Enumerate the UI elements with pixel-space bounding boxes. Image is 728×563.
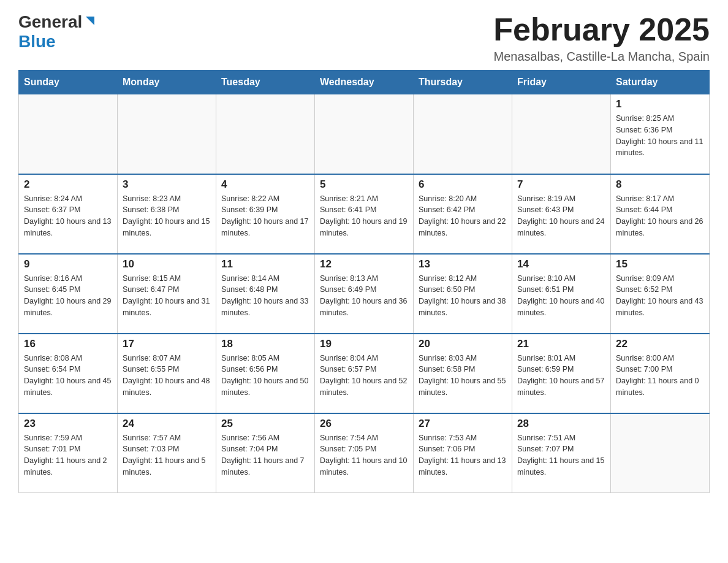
calendar-cell-w2-d6: 7Sunrise: 8:19 AMSunset: 6:43 PMDaylight… bbox=[512, 174, 611, 254]
day-info: Sunrise: 8:17 AMSunset: 6:44 PMDaylight:… bbox=[616, 193, 704, 239]
svg-marker-0 bbox=[86, 17, 94, 25]
day-number: 18 bbox=[221, 338, 309, 350]
calendar-cell-w5-d7 bbox=[611, 413, 710, 493]
calendar-cell-w1-d2 bbox=[118, 94, 216, 174]
calendar-cell-w3-d5: 13Sunrise: 8:12 AMSunset: 6:50 PMDayligh… bbox=[414, 254, 512, 334]
calendar-cell-w3-d3: 11Sunrise: 8:14 AMSunset: 6:48 PMDayligh… bbox=[216, 254, 315, 334]
day-info: Sunrise: 8:22 AMSunset: 6:39 PMDaylight:… bbox=[221, 193, 309, 239]
day-number: 26 bbox=[320, 418, 408, 430]
logo: General Blue bbox=[18, 12, 97, 52]
logo-blue-text: Blue bbox=[18, 32, 56, 51]
calendar-cell-w1-d4 bbox=[315, 94, 414, 174]
calendar-cell-w3-d2: 10Sunrise: 8:15 AMSunset: 6:47 PMDayligh… bbox=[118, 254, 216, 334]
day-info: Sunrise: 8:20 AMSunset: 6:42 PMDaylight:… bbox=[419, 193, 507, 239]
day-number: 28 bbox=[517, 418, 605, 430]
day-number: 25 bbox=[221, 418, 309, 430]
day-info: Sunrise: 8:15 AMSunset: 6:47 PMDaylight:… bbox=[123, 273, 211, 319]
day-info: Sunrise: 8:05 AMSunset: 6:56 PMDaylight:… bbox=[221, 353, 309, 399]
day-info: Sunrise: 7:53 AMSunset: 7:06 PMDaylight:… bbox=[419, 432, 507, 478]
calendar-cell-w2-d7: 8Sunrise: 8:17 AMSunset: 6:44 PMDaylight… bbox=[611, 174, 710, 254]
page-header: General Blue February 2025 Menasalbas, C… bbox=[18, 12, 710, 64]
location-title: Menasalbas, Castille-La Mancha, Spain bbox=[493, 50, 710, 64]
day-number: 27 bbox=[419, 418, 507, 430]
calendar-week-5: 23Sunrise: 7:59 AMSunset: 7:01 PMDayligh… bbox=[19, 413, 710, 493]
day-number: 22 bbox=[616, 338, 704, 350]
day-info: Sunrise: 7:51 AMSunset: 7:07 PMDaylight:… bbox=[517, 432, 605, 478]
day-number: 3 bbox=[123, 178, 211, 191]
calendar-cell-w4-d3: 18Sunrise: 8:05 AMSunset: 6:56 PMDayligh… bbox=[216, 334, 315, 413]
day-info: Sunrise: 8:13 AMSunset: 6:49 PMDaylight:… bbox=[320, 273, 408, 319]
day-info: Sunrise: 8:07 AMSunset: 6:55 PMDaylight:… bbox=[123, 353, 211, 399]
calendar-cell-w2-d3: 4Sunrise: 8:22 AMSunset: 6:39 PMDaylight… bbox=[216, 174, 315, 254]
day-info: Sunrise: 8:19 AMSunset: 6:43 PMDaylight:… bbox=[517, 193, 605, 239]
calendar-cell-w5-d2: 24Sunrise: 7:57 AMSunset: 7:03 PMDayligh… bbox=[118, 413, 216, 493]
calendar-cell-w3-d7: 15Sunrise: 8:09 AMSunset: 6:52 PMDayligh… bbox=[611, 254, 710, 334]
calendar-cell-w3-d1: 9Sunrise: 8:16 AMSunset: 6:45 PMDaylight… bbox=[19, 254, 118, 334]
day-number: 2 bbox=[24, 178, 112, 191]
calendar-cell-w4-d1: 16Sunrise: 8:08 AMSunset: 6:54 PMDayligh… bbox=[19, 334, 118, 413]
day-info: Sunrise: 8:21 AMSunset: 6:41 PMDaylight:… bbox=[320, 193, 408, 239]
calendar-week-4: 16Sunrise: 8:08 AMSunset: 6:54 PMDayligh… bbox=[19, 334, 710, 413]
calendar-cell-w3-d4: 12Sunrise: 8:13 AMSunset: 6:49 PMDayligh… bbox=[315, 254, 414, 334]
day-info: Sunrise: 7:54 AMSunset: 7:05 PMDaylight:… bbox=[320, 432, 408, 478]
day-number: 21 bbox=[517, 338, 605, 350]
day-info: Sunrise: 8:09 AMSunset: 6:52 PMDaylight:… bbox=[616, 273, 704, 319]
col-friday: Friday bbox=[512, 71, 611, 94]
day-number: 6 bbox=[419, 178, 507, 191]
calendar-cell-w4-d2: 17Sunrise: 8:07 AMSunset: 6:55 PMDayligh… bbox=[118, 334, 216, 413]
col-sunday: Sunday bbox=[19, 71, 118, 94]
title-section: February 2025 Menasalbas, Castille-La Ma… bbox=[493, 12, 710, 64]
day-number: 9 bbox=[24, 258, 112, 270]
day-info: Sunrise: 8:10 AMSunset: 6:51 PMDaylight:… bbox=[517, 273, 605, 319]
calendar-cell-w5-d4: 26Sunrise: 7:54 AMSunset: 7:05 PMDayligh… bbox=[315, 413, 414, 493]
day-number: 5 bbox=[320, 178, 408, 191]
day-number: 14 bbox=[517, 258, 605, 270]
day-info: Sunrise: 7:57 AMSunset: 7:03 PMDaylight:… bbox=[123, 432, 211, 478]
calendar-cell-w4-d6: 21Sunrise: 8:01 AMSunset: 6:59 PMDayligh… bbox=[512, 334, 611, 413]
day-info: Sunrise: 8:12 AMSunset: 6:50 PMDaylight:… bbox=[419, 273, 507, 319]
day-number: 12 bbox=[320, 258, 408, 270]
col-thursday: Thursday bbox=[414, 71, 512, 94]
day-info: Sunrise: 8:01 AMSunset: 6:59 PMDaylight:… bbox=[517, 353, 605, 399]
calendar-cell-w5-d6: 28Sunrise: 7:51 AMSunset: 7:07 PMDayligh… bbox=[512, 413, 611, 493]
col-wednesday: Wednesday bbox=[315, 71, 414, 94]
day-number: 13 bbox=[419, 258, 507, 270]
calendar-cell-w1-d1 bbox=[19, 94, 118, 174]
col-saturday: Saturday bbox=[611, 71, 710, 94]
calendar-cell-w5-d3: 25Sunrise: 7:56 AMSunset: 7:04 PMDayligh… bbox=[216, 413, 315, 493]
calendar-cell-w5-d5: 27Sunrise: 7:53 AMSunset: 7:06 PMDayligh… bbox=[414, 413, 512, 493]
day-info: Sunrise: 8:00 AMSunset: 7:00 PMDaylight:… bbox=[616, 353, 704, 399]
day-number: 10 bbox=[123, 258, 211, 270]
day-info: Sunrise: 8:14 AMSunset: 6:48 PMDaylight:… bbox=[221, 273, 309, 319]
calendar-week-3: 9Sunrise: 8:16 AMSunset: 6:45 PMDaylight… bbox=[19, 254, 710, 334]
day-number: 15 bbox=[616, 258, 704, 270]
calendar-cell-w4-d5: 20Sunrise: 8:03 AMSunset: 6:58 PMDayligh… bbox=[414, 334, 512, 413]
day-info: Sunrise: 8:16 AMSunset: 6:45 PMDaylight:… bbox=[24, 273, 112, 319]
calendar-cell-w1-d5 bbox=[414, 94, 512, 174]
day-info: Sunrise: 7:56 AMSunset: 7:04 PMDaylight:… bbox=[221, 432, 309, 478]
col-tuesday: Tuesday bbox=[216, 71, 315, 94]
day-info: Sunrise: 8:25 AMSunset: 6:36 PMDaylight:… bbox=[616, 113, 704, 159]
day-number: 4 bbox=[221, 178, 309, 191]
day-number: 16 bbox=[24, 338, 112, 350]
day-info: Sunrise: 8:03 AMSunset: 6:58 PMDaylight:… bbox=[419, 353, 507, 399]
day-number: 1 bbox=[616, 98, 704, 110]
calendar-cell-w2-d4: 5Sunrise: 8:21 AMSunset: 6:41 PMDaylight… bbox=[315, 174, 414, 254]
calendar-cell-w2-d5: 6Sunrise: 8:20 AMSunset: 6:42 PMDaylight… bbox=[414, 174, 512, 254]
calendar-cell-w4-d4: 19Sunrise: 8:04 AMSunset: 6:57 PMDayligh… bbox=[315, 334, 414, 413]
day-number: 8 bbox=[616, 178, 704, 191]
logo-triangle-icon bbox=[83, 14, 97, 28]
month-title: February 2025 bbox=[493, 12, 710, 47]
calendar-cell-w2-d2: 3Sunrise: 8:23 AMSunset: 6:38 PMDaylight… bbox=[118, 174, 216, 254]
calendar-week-1: 1Sunrise: 8:25 AMSunset: 6:36 PMDaylight… bbox=[19, 94, 710, 174]
col-monday: Monday bbox=[118, 71, 216, 94]
day-number: 20 bbox=[419, 338, 507, 350]
calendar-cell-w1-d6 bbox=[512, 94, 611, 174]
day-number: 11 bbox=[221, 258, 309, 270]
day-info: Sunrise: 8:08 AMSunset: 6:54 PMDaylight:… bbox=[24, 353, 112, 399]
day-number: 19 bbox=[320, 338, 408, 350]
day-number: 23 bbox=[24, 418, 112, 430]
day-info: Sunrise: 8:23 AMSunset: 6:38 PMDaylight:… bbox=[123, 193, 211, 239]
calendar-cell-w1-d7: 1Sunrise: 8:25 AMSunset: 6:36 PMDaylight… bbox=[611, 94, 710, 174]
day-info: Sunrise: 7:59 AMSunset: 7:01 PMDaylight:… bbox=[24, 432, 112, 478]
